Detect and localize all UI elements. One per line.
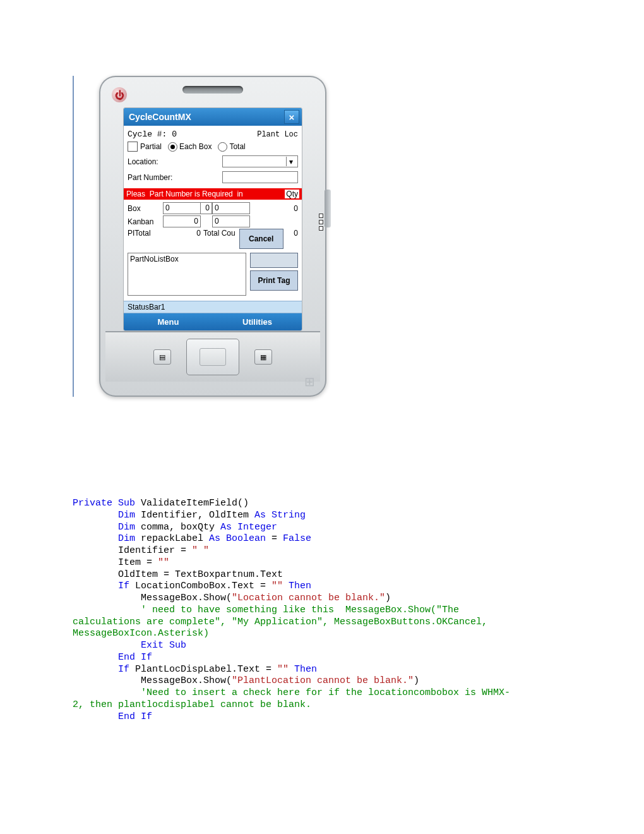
screen: CycleCountMX × Cycle #: 0 Plant Loc Part… xyxy=(123,107,302,331)
box-label: Box xyxy=(128,204,163,213)
box-input-2[interactable]: 0 xyxy=(212,202,250,214)
kanban-label: Kanban xyxy=(128,217,163,226)
partno-listbox[interactable]: PartNoListBox xyxy=(128,253,246,296)
partnumber-label: Part Number: xyxy=(128,173,172,182)
device-frame: ⏻ CycleCountMX × Cycle #: 0 Plant Loc xyxy=(99,76,326,397)
total-radio[interactable] xyxy=(218,142,227,152)
pitotal-value: 0 xyxy=(163,229,201,238)
location-label: Location: xyxy=(128,157,158,166)
blank-button[interactable] xyxy=(250,253,298,268)
qty-label: Qty xyxy=(285,190,299,198)
box-input-1b[interactable]: 0 xyxy=(201,202,212,214)
kanban-input-1[interactable]: 0 xyxy=(163,215,201,227)
totalcou-label: Total Cou xyxy=(203,229,236,238)
power-icon: ⏻ xyxy=(112,87,127,102)
kanban-input-2[interactable]: 0 xyxy=(212,215,250,227)
earpiece xyxy=(182,86,243,94)
plantloc-label: Plant Loc xyxy=(257,130,298,139)
windows-icon: ⊞ xyxy=(304,374,315,389)
pitotal-right: 0 xyxy=(294,229,298,238)
dpad[interactable] xyxy=(186,339,239,375)
total-label: Total xyxy=(229,142,245,151)
eachbox-radio[interactable] xyxy=(168,142,177,152)
status-bar: StatusBar1 xyxy=(124,301,302,313)
titlebar: CycleCountMX × xyxy=(124,108,302,126)
close-icon[interactable]: × xyxy=(284,110,299,124)
print-tag-button[interactable]: Print Tag xyxy=(250,270,298,291)
cycle-value: 0 xyxy=(172,130,177,139)
dpad-area: ▤ ▦ xyxy=(105,331,320,382)
menu-button[interactable]: Menu xyxy=(124,313,213,330)
side-button xyxy=(325,190,331,227)
soft-left-icon[interactable]: ▤ xyxy=(153,349,171,365)
partial-label: Partial xyxy=(140,142,162,151)
partial-checkbox[interactable] xyxy=(128,142,138,152)
cycle-label: Cycle #: xyxy=(128,130,167,139)
code-block: Private Sub ValidateItemField() Dim Iden… xyxy=(73,498,644,723)
chevron-down-icon: ▾ xyxy=(286,157,295,166)
eachbox-label: Each Box xyxy=(179,142,212,151)
soft-right-icon[interactable]: ▦ xyxy=(254,349,272,365)
error-text: Part Number is Required xyxy=(150,190,233,198)
error-banner: Pleas Part Number is Required in Qty xyxy=(124,188,302,200)
location-combo[interactable]: ▾ xyxy=(222,155,298,167)
app-title: CycleCountMX xyxy=(129,112,191,122)
error-right: in xyxy=(237,190,242,198)
partnumber-input[interactable] xyxy=(222,171,298,183)
cancel-button[interactable]: Cancel xyxy=(239,229,283,249)
pitotal-label: PITotal xyxy=(128,229,163,238)
box-total: 0 xyxy=(294,204,298,213)
box-input-1[interactable]: 0 xyxy=(163,202,201,214)
error-left: Pleas xyxy=(126,190,145,198)
menu-bar: Menu Utilities xyxy=(124,313,302,330)
utilities-button[interactable]: Utilities xyxy=(213,313,302,330)
